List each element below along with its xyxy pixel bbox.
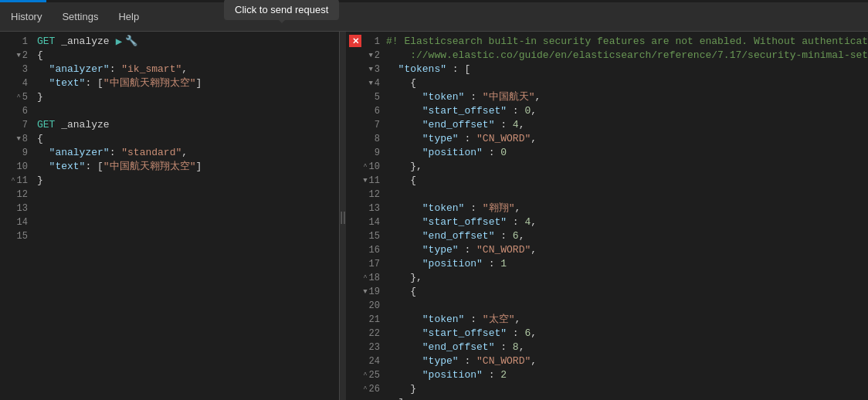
ln-2-fold[interactable]: ▼ <box>16 49 20 63</box>
code-line-15 <box>37 229 333 243</box>
ln-15: 15 <box>0 229 31 243</box>
ln-5: ^5 <box>0 90 31 104</box>
rcode-line-8: "type" : "CN_WORD", <box>386 132 862 146</box>
right-line-numbers: 1 ▼2 ▼3 ▼4 5 6 7 8 9 ^10 ▼11 12 13 14 15… <box>346 32 383 400</box>
ln-11-fold[interactable]: ^ <box>11 174 15 188</box>
rln-15: 15 <box>360 229 383 243</box>
tooltip-text: Click to send request <box>235 4 328 15</box>
rln-11: ▼11 <box>360 174 383 188</box>
ln-8: ▼8 <box>0 132 31 146</box>
rcode-line-15: "end_offset" : 6, <box>386 229 862 243</box>
left-panel: 1 ▼2 3 4 ^5 6 7 ▼8 9 10 ^11 12 13 14 15 <box>0 32 340 400</box>
ln-7: 7 <box>0 118 31 132</box>
ln-2: ▼2 <box>0 49 31 63</box>
rcode-line-3: "tokens" : [ <box>386 63 862 76</box>
code-line-4: "text": ["中国航天翱翔太空"] <box>37 76 333 90</box>
ln-5-fold[interactable]: ^ <box>16 90 20 104</box>
nav-settings[interactable]: Settings <box>59 9 101 24</box>
rln-26: ^26 <box>360 382 383 396</box>
ln-6: 6 <box>0 104 31 118</box>
rln-22: 22 <box>360 327 383 341</box>
rcode-line-26: } <box>386 382 862 396</box>
code-line-11: } <box>37 174 333 188</box>
rln-10: ^10 <box>360 160 383 174</box>
rcode-line-16: "type" : "CN_WORD", <box>386 243 862 257</box>
brace-open-1: { <box>37 49 43 63</box>
output-area: 1 ▼2 ▼3 ▼4 5 6 7 8 9 ^10 ▼11 12 13 14 15… <box>346 32 868 400</box>
method-get-2: GET <box>37 118 55 132</box>
rcode-line-4: { <box>386 76 862 90</box>
rln-18: ^18 <box>360 271 383 285</box>
code-line-12 <box>37 188 333 202</box>
rln-17: 17 <box>360 257 383 271</box>
rln-20: 20 <box>360 299 383 313</box>
val-text-1: "中国航天翱翔太空" <box>103 76 196 90</box>
code-line-7: GET _analyze <box>37 118 333 132</box>
nav-history[interactable]: History <box>8 9 45 24</box>
rln-14: 14 <box>360 215 383 229</box>
val-analyzer-1: "ik_smart" <box>121 63 181 76</box>
rcode-line-13: "token" : "翱翔", <box>386 202 862 215</box>
code-line-6 <box>37 104 333 118</box>
rln-23: 23 <box>360 341 383 354</box>
play-button[interactable]: ▶ <box>116 35 122 49</box>
rcode-line-1: #! Elasticsearch built-in security featu… <box>386 35 862 49</box>
code-line-3: "analyzer": "ik_smart", <box>37 63 333 76</box>
code-line-14 <box>37 215 333 229</box>
ln-8-fold[interactable]: ▼ <box>16 132 20 146</box>
rcode-line-17: "position" : 1 <box>386 257 862 271</box>
brace-open-2: { <box>37 132 43 146</box>
rln-12: 12 <box>360 188 383 202</box>
ln-9: 9 <box>0 146 31 160</box>
rln-16: 16 <box>360 243 383 257</box>
ln-4: 4 <box>0 76 31 90</box>
rln-4: ▼4 <box>360 76 383 90</box>
rln-6: 6 <box>360 104 383 118</box>
rcode-line-25: "position" : 2 <box>386 368 862 382</box>
editor-area[interactable]: 1 ▼2 3 4 ^5 6 7 ▼8 9 10 ^11 12 13 14 15 <box>0 32 339 400</box>
rcode-line-2: ://www.elastic.co/guide/en/elasticsearch… <box>386 49 862 63</box>
rln-1: 1 <box>360 35 383 49</box>
right-code-content: #! Elasticsearch built-in security featu… <box>383 32 868 400</box>
nav-bar: History Settings Help <box>8 9 142 24</box>
close-button[interactable]: ✕ <box>349 35 361 47</box>
rln-8: 8 <box>360 132 383 146</box>
brace-close-1: } <box>37 90 43 104</box>
code-line-13 <box>37 202 333 215</box>
key-text-2: "text" <box>37 160 85 174</box>
rln-25: ^25 <box>360 368 383 382</box>
rcode-line-10: }, <box>386 160 862 174</box>
rln-13: 13 <box>360 202 383 215</box>
rcode-line-27: ] <box>386 396 862 400</box>
nav-help[interactable]: Help <box>115 9 142 24</box>
rcode-line-5: "token" : "中国航天", <box>386 90 862 104</box>
ln-13: 13 <box>0 202 31 215</box>
code-line-9: "analyzer": "standard", <box>37 146 333 160</box>
rln-19: ▼19 <box>360 285 383 299</box>
rln-3: ▼3 <box>360 63 383 76</box>
line-actions-1: ▶ 🔧 <box>116 35 137 49</box>
code-line-1: GET _analyze ▶ 🔧 <box>37 35 333 49</box>
rcode-line-18: }, <box>386 271 862 285</box>
rln-24: 24 <box>360 354 383 368</box>
rcode-line-11: { <box>386 174 862 188</box>
key-analyzer-2: "analyzer" <box>37 146 110 160</box>
rln-21: 21 <box>360 313 383 327</box>
rcode-line-12 <box>386 188 862 202</box>
code-line-5: } <box>37 90 333 104</box>
comment-1: #! Elasticsearch built-in security featu… <box>386 35 868 49</box>
rcode-line-21: "token" : "太空", <box>386 313 862 327</box>
key-analyzer-1: "analyzer" <box>37 63 110 76</box>
ln-1: 1 <box>0 35 31 49</box>
panel-splitter[interactable]: ‖ <box>340 32 346 400</box>
endpoint-1: _analyze <box>55 35 109 49</box>
rcode-line-20 <box>386 299 862 313</box>
code-content[interactable]: GET _analyze ▶ 🔧 { "analyzer": "ik_smart… <box>31 32 339 400</box>
top-bar: History Settings Help Click to send requ… <box>0 2 868 32</box>
ln-12: 12 <box>0 188 31 202</box>
rcode-line-6: "start_offset" : 0, <box>386 104 862 118</box>
code-line-8: { <box>37 132 333 146</box>
line-numbers: 1 ▼2 3 4 ^5 6 7 ▼8 9 10 ^11 12 13 14 15 <box>0 32 31 400</box>
tooltip-wrapper: Click to send request <box>224 0 339 20</box>
wrench-button[interactable]: 🔧 <box>125 35 137 49</box>
